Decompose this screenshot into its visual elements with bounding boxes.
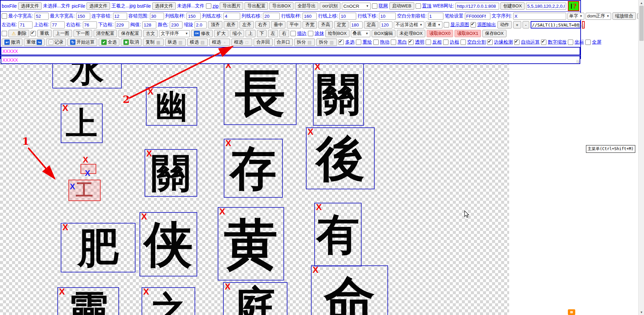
right-border-input[interactable] [83,21,97,28]
move-down-button[interactable]: 下 [257,30,267,37]
col-line-right-input[interactable] [263,13,280,20]
merge-back-button[interactable]: 合并回 [254,39,273,46]
export-box-button[interactable]: 导出BOX [269,2,293,10]
fixed-width-input[interactable] [350,21,363,28]
blank-split-tolerance-input[interactable] [428,13,443,20]
smear-label[interactable]: 涂抹 [315,30,324,37]
outline-label[interactable]: 描边 [297,30,307,37]
row2-checkbox[interactable] [2,13,7,19]
next-image-button[interactable]: 下一图 [73,30,93,37]
edge-detect-label[interactable]: 边缘检测 [494,39,513,45]
boxfile-choose-button[interactable]: 选择文件 [18,2,42,10]
row-line-sample-input[interactable] [303,13,317,20]
ligature-tolerance-input[interactable] [113,13,127,20]
char-box[interactable]: 幽X [146,87,197,126]
delete-x-mark[interactable]: X [313,265,318,274]
action-button[interactable]: 动作 [497,21,512,28]
scroll-up-button[interactable]: ▲ [639,0,644,6]
dom-order-select[interactable]: dom正序▼ [586,13,611,20]
scrollbar-thumb[interactable] [639,6,644,41]
delete-x-mark[interactable]: X [225,139,231,147]
row-line-up-input[interactable] [339,13,356,20]
char-mode-select[interactable]: 单字▼ [568,13,584,20]
row-select-button[interactable]: 横选▤ [187,39,208,46]
fullscreen-checkbox[interactable] [585,40,591,45]
edge-detect-checkbox[interactable] [487,40,493,45]
split-v-button[interactable]: 拆分▥ [316,39,337,46]
outline-checkbox[interactable] [290,31,296,36]
smear-checkbox[interactable] [308,31,313,36]
annotation-canvas[interactable]: 水上X幽X長X關X關X存X後X肥X侠X黄X有X靈X之X庭X命X工XXX [0,59,638,315]
coords-label[interactable]: 坐标 [575,39,584,45]
char-box[interactable]: 黄X [218,207,284,280]
column-select-button[interactable]: 纵选▥ [165,39,186,46]
create-box-button[interactable]: 创建BOX [500,2,525,10]
top-border-input[interactable] [51,21,65,28]
fixed-height-button[interactable]: 定高 [364,21,378,28]
char-box[interactable]: 有X [314,203,362,266]
delete-x-mark[interactable]: X [143,287,149,296]
stroke-color-input[interactable] [465,13,490,20]
min-char-size-input[interactable] [35,13,49,20]
delete-x-mark[interactable]: X [148,87,153,96]
char-box[interactable]: 長X [224,61,297,125]
delete-x-mark[interactable]: X [225,282,230,291]
col-line-sample-input[interactable] [186,13,201,20]
picfile-choose-button[interactable]: 选择文件 [87,2,110,10]
char-box[interactable]: 庭X [223,282,287,315]
row-line-down-input[interactable] [379,13,396,20]
char-box[interactable]: 關X [313,62,364,126]
drag-label[interactable]: 拖动 [380,39,389,45]
classical-text-button[interactable]: 古文 [143,30,158,37]
border-checkbox[interactable] [443,40,448,45]
text-row[interactable]: XXXXX [1,56,580,64]
coords-checkbox[interactable] [568,40,573,45]
bw-checkbox[interactable] [391,40,396,45]
topmost-checkbox[interactable] [416,3,421,9]
channel-select[interactable]: 通道▼ [426,21,442,28]
zip-checkbox[interactable] [206,3,211,9]
align-bottom-button[interactable]: 底齐 [224,21,238,28]
create-box-params-input[interactable] [526,3,566,10]
char-box[interactable]: 侠X [140,212,197,276]
notification-icon[interactable] [568,309,575,315]
center-vertical-button[interactable]: 垂中 [271,21,285,28]
reload-button[interactable]: 重载 [37,30,52,37]
delete-x-mark[interactable]: X [62,223,68,232]
read-box0-button[interactable]: 读取BOX0 [427,30,453,37]
delete-x-mark[interactable]: X [219,207,225,216]
draw-box-button[interactable]: 绘制BOX [325,30,350,37]
char-box[interactable]: 之X [142,287,195,315]
export-image-button[interactable]: 导出图片 [220,2,243,10]
select-all-button[interactable]: ✔全选 [99,39,119,46]
show-original-checkbox[interactable] [444,22,449,27]
move-left-button[interactable]: 左 [268,30,278,37]
no-calc-border-select[interactable]: 不运算边框▼ [394,21,424,28]
prev-image-button[interactable]: 上一图 [53,30,72,37]
read-box1-button[interactable]: 读取BOX1 [454,30,481,37]
color-input[interactable] [170,21,182,28]
align-left-button[interactable]: 左齐 [239,21,254,28]
resize-handle[interactable] [577,24,580,27]
equal-height-button[interactable]: 齐高 [318,21,333,28]
blank-split-label[interactable]: 空白分割 [467,39,486,45]
char-box[interactable]: 關X [145,149,197,197]
char-box[interactable]: 靈X [57,287,119,315]
blank-split-checkbox[interactable] [461,40,466,45]
multi-select-label[interactable]: 多选 [345,39,355,45]
undo-button[interactable]: ↩撤消 [2,39,22,46]
transparent-checkbox[interactable] [408,40,414,45]
delete-x-mark[interactable]: X [59,287,65,296]
char-box[interactable]: 肥X [61,223,136,272]
scroll-down-button[interactable]: ▼ [639,309,644,315]
delete-x-mark[interactable]: X [308,127,313,136]
shrink-button[interactable]: 缩小 [230,30,244,37]
blend-select[interactable]: 叠底▼ [351,30,370,37]
digit-zoom-label[interactable]: 数字缩放 [548,39,567,45]
text-row[interactable]: XXXXX [1,47,580,55]
digit-zoom-checkbox[interactable] [541,40,546,45]
redo-button[interactable]: 重做↪ [24,39,45,46]
save-box-button[interactable]: 保存BOX [482,30,506,37]
redraw-checkbox[interactable] [356,40,361,45]
border-label[interactable]: 边框 [450,39,459,45]
